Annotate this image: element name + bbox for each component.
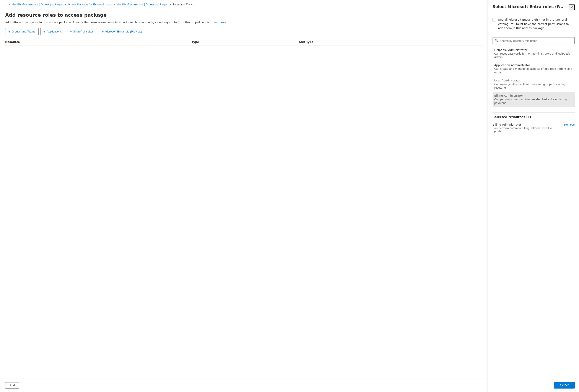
tab-sharepoint[interactable]: + SharePoint sites bbox=[67, 28, 97, 35]
search-icon: 🔍 bbox=[495, 39, 498, 42]
main-content: ... > Identity Governance | Access packa… bbox=[0, 0, 488, 392]
description-text: Add different resources to this access p… bbox=[5, 21, 212, 24]
resource-table: Resource Type Sub Type bbox=[5, 39, 483, 46]
role-name-1: Application Administrator bbox=[494, 64, 573, 67]
main-footer: Add bbox=[0, 379, 488, 392]
tab-applications-label: Applications bbox=[47, 30, 62, 33]
breadcrumb-access-package[interactable]: Access Package for External users bbox=[67, 3, 112, 6]
tab-groups-teams-label: Groups and Teams bbox=[11, 30, 35, 33]
catalog-checkbox-label: See all Microsoft Entra role(s) not in t… bbox=[498, 17, 575, 30]
breadcrumb-sep-1: > bbox=[64, 3, 66, 6]
breadcrumb-sales[interactable]: Sales and Mark... bbox=[172, 3, 195, 6]
page-title: Add resource roles to access package bbox=[5, 12, 107, 18]
role-desc-3: Can perform common billing related tasks… bbox=[494, 98, 573, 105]
tab-sharepoint-label: SharePoint sites bbox=[73, 30, 94, 33]
add-button[interactable]: Add bbox=[5, 382, 19, 389]
learn-more-link[interactable]: Learn mo... bbox=[212, 21, 228, 24]
tab-entra-role-label: Microsoft Entra role (Preview) bbox=[105, 30, 142, 33]
role-name-0: Helpdesk Administrator bbox=[494, 48, 573, 52]
role-item-0[interactable]: Helpdesk Administrator Can reset passwor… bbox=[493, 46, 575, 62]
breadcrumb-identity-governance-1[interactable]: Identity Governance | Access packages bbox=[12, 3, 63, 6]
resource-table-container: Resource Type Sub Type bbox=[0, 39, 488, 379]
more-options-button[interactable]: ... bbox=[109, 12, 115, 18]
selected-resource-name: Billing Administrator bbox=[493, 123, 562, 126]
plus-icon-groups: + bbox=[8, 30, 10, 33]
panel-header: Select Microsoft Entra roles (P... ✕ bbox=[488, 0, 579, 14]
breadcrumb-identity-governance-2[interactable]: Identity Governance | Access packages bbox=[117, 3, 168, 6]
selected-resources-header: Selected resources (1) bbox=[493, 112, 575, 121]
role-item-1[interactable]: Application Administrator Can create and… bbox=[493, 61, 575, 77]
breadcrumb-sep-3: > bbox=[169, 3, 171, 6]
breadcrumb: ... > Identity Governance | Access packa… bbox=[0, 0, 488, 8]
tab-bar: + Groups and Teams + Applications + Shar… bbox=[0, 28, 488, 39]
breadcrumb-sep-0: > bbox=[8, 3, 10, 6]
breadcrumb-sep-2: > bbox=[113, 3, 115, 6]
selected-resource-item: Billing Administrator Can perform common… bbox=[493, 121, 575, 135]
catalog-checkbox[interactable] bbox=[493, 18, 496, 21]
description: Add different resources to this access p… bbox=[0, 20, 488, 28]
search-container: 🔍 bbox=[493, 37, 575, 44]
role-desc-0: Can reset passwords for non-administrato… bbox=[494, 52, 573, 59]
page-header: Add resource roles to access package ... bbox=[0, 8, 488, 20]
panel-body: See all Microsoft Entra role(s) not in t… bbox=[488, 14, 579, 378]
role-name-3: Billing Administrator bbox=[494, 94, 573, 97]
tab-groups-teams[interactable]: + Groups and Teams bbox=[5, 28, 39, 35]
role-desc-1: Can create and manage all aspects of app… bbox=[494, 67, 573, 74]
remove-button[interactable]: Remove bbox=[564, 123, 575, 126]
tab-entra-role[interactable]: + Microsoft Entra role (Preview) bbox=[99, 28, 145, 35]
selected-resource-info: Billing Administrator Can perform common… bbox=[493, 123, 562, 133]
role-name-2: User Administrator bbox=[494, 79, 573, 82]
plus-icon-apps: + bbox=[44, 30, 45, 33]
plus-icon-entra: + bbox=[102, 30, 104, 33]
role-desc-2: Can manage all aspects of users and grou… bbox=[494, 82, 573, 90]
breadcrumb-dots[interactable]: ... bbox=[4, 3, 7, 6]
col-subtype: Sub Type bbox=[299, 39, 483, 46]
select-button[interactable]: Select bbox=[554, 382, 575, 389]
role-item-2[interactable]: User Administrator Can manage all aspect… bbox=[493, 77, 575, 92]
side-panel: Select Microsoft Entra roles (P... ✕ See… bbox=[488, 0, 579, 392]
search-input[interactable] bbox=[493, 37, 575, 44]
col-resource: Resource bbox=[5, 39, 192, 46]
role-item-3[interactable]: Billing Administrator Can perform common… bbox=[493, 92, 575, 107]
role-list: Helpdesk Administrator Can reset passwor… bbox=[493, 46, 575, 107]
plus-icon-sharepoint: + bbox=[70, 30, 72, 33]
tab-applications[interactable]: + Applications bbox=[40, 28, 65, 35]
col-type: Type bbox=[192, 39, 299, 46]
selected-resource-desc: Can perform common billing related tasks… bbox=[493, 127, 562, 133]
panel-title: Select Microsoft Entra roles (P... bbox=[493, 4, 569, 9]
catalog-checkbox-row: See all Microsoft Entra role(s) not in t… bbox=[493, 17, 575, 34]
panel-close-button[interactable]: ✕ bbox=[569, 4, 575, 10]
panel-footer: Select bbox=[488, 378, 579, 392]
